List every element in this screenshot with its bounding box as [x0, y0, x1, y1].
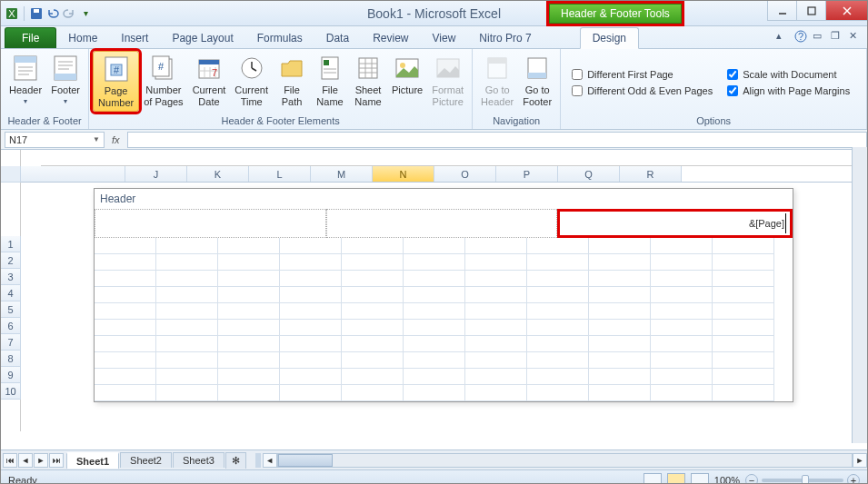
group-label-navigation: Navigation: [476, 114, 556, 127]
file-path-button[interactable]: File Path: [273, 51, 311, 110]
current-time-button[interactable]: Current Time: [230, 51, 273, 110]
col-header[interactable]: K: [187, 166, 249, 182]
redo-icon[interactable]: [62, 6, 76, 21]
svg-rect-50: [488, 58, 506, 64]
col-header[interactable]: J: [125, 166, 187, 182]
col-header-active[interactable]: N: [373, 166, 434, 182]
new-sheet-button[interactable]: ✻: [225, 452, 246, 469]
sheet-tab-sheet2[interactable]: Sheet2: [120, 452, 172, 468]
sheet-name-button[interactable]: Sheet Name: [349, 51, 387, 110]
tab-data[interactable]: Data: [314, 28, 361, 48]
name-box[interactable]: N17▼: [5, 132, 105, 148]
row-header[interactable]: 7: [1, 334, 21, 351]
col-header[interactable]: L: [249, 166, 311, 182]
row-header[interactable]: 8: [1, 351, 21, 367]
tab-nav-last[interactable]: ⏭: [49, 453, 64, 468]
col-header[interactable]: R: [620, 166, 682, 182]
clock-icon: [237, 54, 266, 83]
footer-button[interactable]: Footer▾: [46, 51, 85, 108]
calendar-icon: 7: [195, 54, 224, 83]
zoom-in-button[interactable]: +: [847, 474, 860, 485]
minimize-ribbon-icon[interactable]: ▴: [776, 30, 789, 43]
undo-icon[interactable]: [45, 6, 60, 21]
number-of-pages-button[interactable]: # Number of Pages: [139, 51, 187, 110]
row-header[interactable]: 2: [1, 252, 21, 269]
sheet-tab-sheet3[interactable]: Sheet3: [173, 452, 224, 468]
svg-point-47: [400, 63, 405, 68]
sheet-tab-sheet1[interactable]: Sheet1: [66, 452, 119, 469]
row-header[interactable]: 3: [1, 269, 21, 285]
row-header[interactable]: 6: [1, 318, 21, 334]
tab-design[interactable]: Design: [580, 27, 639, 49]
tab-nav-prev[interactable]: ◄: [18, 453, 33, 468]
tab-home[interactable]: Home: [56, 28, 109, 48]
ribbon: Header▾ Footer▾ Header & Footer # Page N…: [1, 48, 867, 130]
hscroll-left[interactable]: ◄: [263, 453, 277, 468]
goto-footer-button[interactable]: Go to Footer: [518, 51, 556, 110]
header-button[interactable]: Header▾: [5, 51, 46, 108]
workbook-close-icon[interactable]: ✕: [849, 30, 862, 43]
col-header[interactable]: P: [496, 166, 558, 182]
horizontal-scrollbar[interactable]: [277, 453, 853, 468]
help-icon[interactable]: ?: [794, 30, 807, 43]
zoom-level[interactable]: 100%: [714, 475, 740, 485]
col-header[interactable]: M: [311, 166, 373, 182]
select-all-corner[interactable]: [1, 166, 21, 183]
zoom-out-button[interactable]: −: [745, 474, 758, 485]
footer-icon: [51, 54, 80, 83]
status-bar: Ready 100% − +: [1, 469, 867, 484]
picture-button[interactable]: Picture: [387, 51, 427, 99]
view-page-layout-icon[interactable]: [667, 473, 685, 485]
header-right-section[interactable]: &[Page]: [557, 209, 793, 238]
tab-file[interactable]: File: [5, 27, 56, 48]
row-header[interactable]: 10: [1, 383, 21, 400]
zoom-slider[interactable]: [762, 479, 843, 482]
svg-text:#: #: [158, 61, 165, 72]
vertical-scrollbar[interactable]: [852, 147, 867, 443]
row-header[interactable]: 4: [1, 285, 21, 301]
col-header[interactable]: Q: [558, 166, 620, 182]
status-text: Ready: [8, 475, 37, 485]
row-header[interactable]: 1: [1, 236, 21, 252]
row-header[interactable]: 5: [1, 301, 21, 318]
workbook-restore-icon[interactable]: ❐: [831, 30, 843, 43]
svg-text:?: ?: [798, 31, 803, 42]
different-odd-even-checkbox[interactable]: Different Odd & Even Pages: [572, 85, 713, 96]
tab-formulas[interactable]: Formulas: [245, 28, 314, 48]
close-button[interactable]: [825, 1, 867, 21]
tab-insert[interactable]: Insert: [109, 28, 160, 48]
qat-customize-icon[interactable]: ▾: [78, 6, 93, 21]
picture-icon: [393, 54, 422, 83]
scale-with-document-checkbox[interactable]: Scale with Document: [727, 69, 850, 80]
maximize-button[interactable]: [796, 1, 825, 21]
save-icon[interactable]: [29, 6, 44, 21]
workbook-minimize-icon[interactable]: ▭: [813, 30, 825, 43]
file-name-button[interactable]: File Name: [311, 51, 349, 110]
tab-nitro[interactable]: Nitro Pro 7: [467, 28, 543, 48]
group-elements: # Page Number # Number of Pages 7 Curren…: [89, 49, 473, 129]
minimize-button[interactable]: [767, 1, 796, 21]
tab-review[interactable]: Review: [361, 28, 420, 48]
view-normal-icon[interactable]: [644, 473, 662, 485]
header-center-section[interactable]: [326, 209, 558, 238]
header-left-section[interactable]: [95, 209, 326, 238]
excel-icon[interactable]: X: [5, 6, 19, 21]
page-number-button[interactable]: # Page Number: [93, 51, 139, 112]
view-page-break-icon[interactable]: [691, 473, 709, 485]
align-with-margins-checkbox[interactable]: Align with Page Margins: [727, 85, 850, 96]
tab-view[interactable]: View: [421, 28, 468, 48]
cell-grid[interactable]: [95, 238, 793, 401]
group-options: Different First Page Different Odd & Eve…: [561, 49, 867, 129]
tab-nav-first[interactable]: ⏮: [3, 453, 17, 468]
svg-text:#: #: [114, 64, 120, 75]
row-header[interactable]: 9: [1, 367, 21, 383]
col-header[interactable]: O: [434, 166, 496, 182]
hscroll-right[interactable]: ►: [853, 453, 867, 468]
tab-nav-next[interactable]: ►: [34, 453, 48, 468]
formula-input[interactable]: [127, 132, 867, 148]
tab-page-layout[interactable]: Page Layout: [160, 28, 244, 48]
different-first-page-checkbox[interactable]: Different First Page: [572, 69, 713, 80]
current-date-button[interactable]: 7 Current Date: [188, 51, 231, 110]
fx-icon[interactable]: fx: [105, 134, 127, 145]
group-header-footer: Header▾ Footer▾ Header & Footer: [1, 49, 89, 129]
